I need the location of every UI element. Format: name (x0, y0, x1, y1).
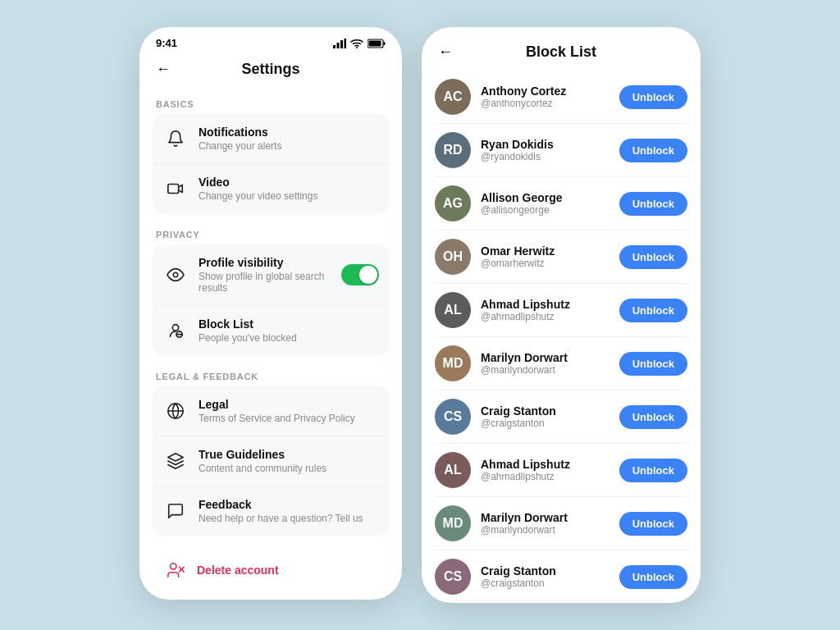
feedback-text: Feedback Need help or have a question? T… (199, 498, 379, 524)
status-bar: 9:41 (139, 27, 402, 54)
avatar: AC (435, 79, 471, 115)
profile-visibility-toggle-container (341, 264, 379, 285)
avatar: MD (435, 345, 471, 381)
feedback-subtitle: Need help or have a question? Tell us (199, 513, 379, 524)
delete-user-icon (162, 557, 189, 583)
unblock-button[interactable]: Unblock (619, 459, 687, 482)
delete-account-label: Delete account (197, 564, 279, 577)
guidelines-title: True Guidelines (199, 448, 379, 461)
avatar-initials: MD (435, 345, 471, 381)
settings-content: BASICS Notifications Change your alerts (139, 88, 402, 600)
profile-visibility-subtitle: Show profile in global search results (199, 271, 341, 294)
video-icon (162, 176, 189, 202)
user-name: Ahmad Lipshutz (481, 298, 619, 311)
avatar-initials: CS (435, 399, 471, 435)
eye-icon (162, 262, 189, 288)
block-list-item: CS Craig Stanton @craigstanton Unblock (435, 390, 687, 444)
svg-rect-8 (168, 185, 179, 194)
avatar: OH (435, 239, 471, 275)
unblock-button[interactable]: Unblock (619, 245, 687, 269)
user-info: Ryan Dokidis @ryandokidis (481, 138, 619, 162)
svg-point-9 (173, 272, 178, 277)
avatar: AL (435, 452, 471, 488)
avatar-initials: AC (435, 79, 471, 115)
settings-item-legal[interactable]: Legal Terms of Service and Privacy Polic… (153, 386, 389, 436)
unblock-button[interactable]: Unblock (619, 192, 687, 216)
signal-icon (333, 39, 346, 48)
avatar: MD (435, 505, 471, 541)
user-info: Omar Herwitz @omarherwitz (481, 244, 619, 269)
svg-point-15 (171, 564, 176, 569)
avatar: RD (435, 132, 471, 168)
settings-item-guidelines[interactable]: True Guidelines Content and community ru… (153, 436, 389, 486)
delete-account-row[interactable]: Delete account (153, 541, 389, 600)
svg-rect-6 (384, 42, 386, 45)
block-list-item: AL Ahmad Lipshutz @ahmadlipshutz Unblock (435, 444, 687, 497)
guidelines-text: True Guidelines Content and community ru… (199, 448, 379, 474)
user-info: Ahmad Lipshutz @ahmadlipshutz (481, 298, 619, 322)
user-name: Craig Stanton (481, 564, 619, 578)
avatar-initials: AL (435, 452, 471, 488)
unblock-button[interactable]: Unblock (619, 565, 687, 589)
battery-icon (368, 39, 386, 48)
block-list-title: Block List (199, 317, 379, 331)
unblock-button[interactable]: Unblock (619, 85, 687, 109)
unblock-button[interactable]: Unblock (619, 352, 687, 376)
block-icon (162, 317, 189, 344)
svg-rect-7 (369, 40, 381, 46)
block-list-header: ← Block List (422, 27, 701, 71)
feedback-title: Feedback (199, 498, 379, 511)
block-list-subtitle: People you've blocked (199, 332, 379, 344)
user-handle: @allisongeorge (481, 204, 619, 216)
user-name: Ryan Dokidis (481, 138, 619, 151)
settings-item-feedback[interactable]: Feedback Need help or have a question? T… (153, 486, 389, 536)
user-name: Omar Herwitz (481, 244, 619, 258)
block-list-item: OH Omar Herwitz @omarherwitz Unblock (435, 231, 687, 284)
avatar-initials: CS (435, 559, 471, 595)
unblock-button[interactable]: Unblock (619, 512, 687, 536)
section-label-basics: BASICS (153, 88, 389, 114)
svg-rect-2 (340, 40, 343, 48)
settings-item-profile-visibility[interactable]: Profile visibility Show profile in globa… (153, 244, 389, 306)
privacy-group: Profile visibility Show profile in globa… (153, 244, 389, 355)
guidelines-icon (162, 448, 189, 474)
block-list-item: AC Anthony Cortez @anthonycortez Unblock (435, 71, 687, 124)
notifications-text: Notifications Change your alerts (199, 126, 379, 152)
legal-title: Legal (199, 398, 379, 411)
settings-phone: 9:41 (139, 27, 402, 600)
settings-item-video[interactable]: Video Change your video settings (153, 164, 389, 213)
avatar-initials: MD (435, 505, 471, 541)
legal-text: Legal Terms of Service and Privacy Polic… (199, 398, 379, 424)
settings-title: Settings (241, 61, 299, 78)
toggle-thumb (359, 266, 377, 284)
block-list-text: Block List People you've blocked (199, 317, 379, 344)
block-list-item: MD Marilyn Dorwart @marilyndorwart Unblo… (435, 337, 687, 390)
section-label-privacy: PRIVACY (153, 218, 389, 244)
avatar-initials: OH (435, 239, 471, 275)
avatar-initials: AG (435, 185, 471, 221)
user-handle: @omarherwitz (481, 258, 619, 269)
user-name: Ahmad Lipshutz (481, 458, 619, 471)
wifi-icon (350, 39, 363, 48)
profile-visibility-toggle[interactable] (341, 264, 379, 285)
video-subtitle: Change your video settings (199, 190, 379, 202)
profile-visibility-title: Profile visibility (199, 256, 341, 269)
feedback-icon (162, 498, 189, 524)
svg-rect-0 (333, 45, 336, 48)
unblock-button[interactable]: Unblock (619, 405, 687, 429)
notifications-title: Notifications (199, 126, 379, 139)
block-list-item: CS Craig Stanton @craigstanton Unblock (435, 550, 687, 603)
block-list-back-button[interactable]: ← (438, 43, 453, 61)
unblock-button[interactable]: Unblock (619, 299, 687, 322)
avatar: CS (435, 559, 471, 595)
globe-icon (162, 398, 189, 424)
settings-item-notifications[interactable]: Notifications Change your alerts (153, 114, 389, 164)
status-icons (333, 39, 386, 48)
basics-group: Notifications Change your alerts Video C… (153, 114, 389, 213)
settings-back-button[interactable]: ← (156, 61, 171, 78)
time-display: 9:41 (156, 37, 177, 49)
settings-item-block-list[interactable]: Block List People you've blocked (153, 306, 389, 355)
unblock-button[interactable]: Unblock (619, 139, 687, 162)
avatar: CS (435, 399, 471, 435)
user-name: Allison George (481, 191, 619, 204)
